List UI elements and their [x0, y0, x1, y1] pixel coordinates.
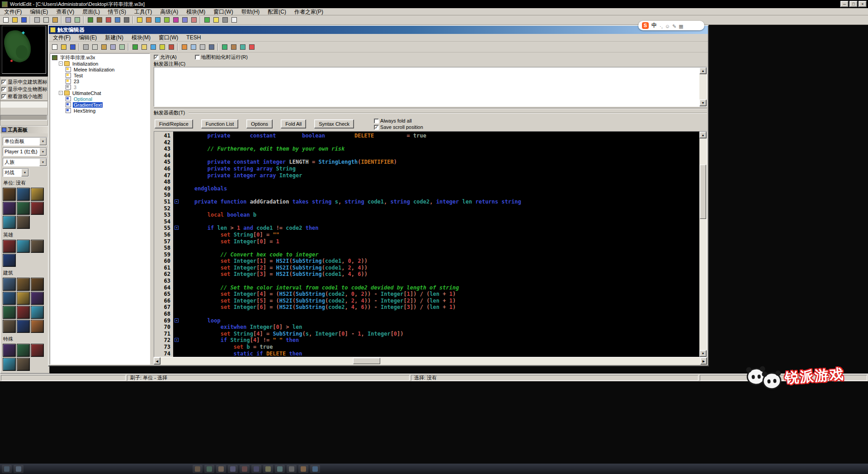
palette-icon[interactable] — [17, 240, 30, 253]
chevron-down-icon[interactable]: ▼ — [21, 169, 28, 176]
te-menu-item[interactable]: 编辑(E) — [75, 34, 101, 41]
code-line[interactable]: - if String[4] != " " then — [173, 337, 707, 344]
code-line[interactable]: set Integer[4] = (HS2I(SubString(code2, … — [173, 291, 707, 298]
palette-icon[interactable] — [17, 320, 30, 333]
palette-icon[interactable] — [3, 306, 16, 319]
palette-icon[interactable] — [3, 344, 16, 357]
code-line[interactable]: set b = true — [173, 344, 707, 351]
trigger-enabled-checkbox[interactable]: ✓ — [154, 55, 159, 60]
taskbar-icon[interactable] — [263, 465, 273, 473]
import-manager-icon[interactable] — [189, 16, 198, 24]
menu-item[interactable]: 作者之家(P) — [290, 8, 327, 15]
palette-icon[interactable] — [17, 292, 30, 305]
fold-marker-icon[interactable]: - — [175, 318, 179, 322]
import-icon[interactable] — [238, 43, 247, 51]
cut-icon[interactable] — [33, 16, 41, 24]
tesh-button-fold-all[interactable]: Fold All — [281, 119, 306, 128]
new-map-icon[interactable] — [1, 16, 10, 24]
fold-marker-icon[interactable]: - — [175, 226, 179, 230]
convert-script-icon[interactable] — [167, 43, 175, 51]
te-menu-item[interactable]: TESH — [182, 34, 205, 41]
te-menu-item[interactable]: 模块(M) — [127, 34, 155, 41]
code-line[interactable]: private integer array Integer — [173, 172, 707, 179]
trigger-editor-icon[interactable] — [135, 16, 144, 24]
palette-icon[interactable] — [17, 202, 30, 215]
paste-icon[interactable] — [99, 43, 108, 51]
code-line[interactable] — [173, 139, 707, 146]
trigger-comment-input[interactable] — [154, 67, 707, 107]
tree-category[interactable]: -UltimateChat — [50, 90, 150, 96]
run-on-init-checkbox[interactable] — [195, 55, 200, 60]
menu-item[interactable]: 高级(A) — [156, 8, 182, 15]
tree-item[interactable]: Optional — [50, 96, 150, 102]
taskbar-icon[interactable] — [287, 465, 297, 473]
palette-icon[interactable] — [17, 344, 30, 357]
code-vscrollbar[interactable]: ▲ ▼ — [699, 132, 707, 357]
tree-expander-icon[interactable]: - — [59, 62, 63, 66]
code-line[interactable]: set Integer[2] = HS2I(SubString(code1, 2… — [173, 265, 707, 271]
new-category-icon[interactable] — [140, 43, 148, 51]
chevron-down-icon[interactable]: ▼ — [39, 137, 47, 145]
te-menu-item[interactable]: 窗口(W) — [155, 34, 182, 41]
palette-icon[interactable] — [3, 358, 16, 371]
code-line[interactable] — [173, 192, 707, 199]
palette-icon[interactable] — [31, 202, 44, 215]
scroll-up-icon[interactable]: ▲ — [699, 67, 707, 74]
code-line[interactable]: // Furthermore, edit them by your own ri… — [173, 146, 707, 152]
taskbar-icon[interactable] — [275, 465, 285, 473]
minimize-button[interactable]: ─ — [840, 1, 849, 7]
code-hscrollbar[interactable]: ◀ ▶ — [154, 357, 707, 365]
grid-icon[interactable] — [221, 16, 229, 24]
tesh-option-checkbox[interactable] — [374, 118, 379, 123]
save-icon[interactable] — [68, 43, 77, 51]
menu-item[interactable]: 编辑(E) — [26, 8, 52, 15]
camera-palette-icon[interactable] — [122, 16, 131, 24]
view-option-checkbox[interactable]: ✓ — [1, 80, 6, 85]
ime-tool-icon[interactable]: ✎ — [672, 24, 676, 29]
sound-editor-icon[interactable] — [144, 16, 153, 24]
palette-icon[interactable] — [17, 188, 30, 201]
tesh-button-function-list[interactable]: Function List — [201, 119, 238, 128]
taskbar-icon[interactable] — [2, 465, 12, 473]
camera-icon[interactable] — [207, 43, 216, 51]
copy-icon[interactable] — [90, 43, 99, 51]
palette-icon[interactable] — [3, 278, 16, 291]
fold-marker-icon[interactable]: - — [175, 338, 179, 342]
chevron-down-icon[interactable]: ▼ — [39, 148, 47, 156]
run-trigger-icon[interactable] — [149, 43, 157, 51]
palette-icon[interactable] — [3, 240, 16, 253]
code-line[interactable] — [173, 311, 707, 318]
palette-icon[interactable] — [3, 292, 16, 305]
paste-icon[interactable] — [51, 16, 59, 24]
tree-item[interactable]: 3 — [50, 84, 150, 90]
palette-icon[interactable] — [17, 306, 30, 319]
taskbar-icon[interactable] — [228, 465, 238, 473]
code-line[interactable]: set Integer[5] = (HS2I(SubString(code2, … — [173, 298, 707, 304]
syntax-check-icon[interactable] — [131, 43, 139, 51]
code-line[interactable] — [173, 245, 707, 251]
tool-palette-title-bar[interactable]: 工具面板 — [0, 126, 49, 133]
view-option-checkbox[interactable]: ✓ — [1, 94, 6, 99]
ime-tool-icon[interactable]: ·, — [660, 24, 663, 29]
campaign-editor-icon[interactable] — [162, 16, 171, 24]
code-line[interactable] — [173, 152, 707, 159]
region-palette-icon[interactable] — [113, 16, 122, 24]
code-line[interactable]: - loop — [173, 318, 707, 324]
palette-icon[interactable] — [17, 216, 30, 229]
palette-icon[interactable] — [3, 254, 16, 267]
tree-item[interactable]: Test — [50, 72, 150, 78]
tesh-option-checkbox[interactable]: ✓ — [374, 125, 379, 130]
sound-icon[interactable] — [180, 43, 189, 51]
palette-icon[interactable] — [17, 358, 30, 371]
syntax-checker-icon[interactable] — [203, 16, 211, 24]
doodad-palette-icon[interactable] — [95, 16, 104, 24]
redo-icon[interactable] — [118, 43, 126, 51]
code-line[interactable]: set Integer[0] = 1 — [173, 238, 707, 245]
taskbar-icon[interactable] — [310, 465, 320, 473]
palette-icon[interactable] — [17, 278, 30, 291]
undo-icon[interactable] — [64, 16, 72, 24]
tesh-button-options[interactable]: Options — [246, 119, 273, 128]
tree-expander-icon[interactable]: - — [59, 91, 63, 95]
code-line[interactable]: private string array String — [173, 166, 707, 172]
code-line[interactable]: - if len > 1 and code1 != code2 then — [173, 225, 707, 232]
